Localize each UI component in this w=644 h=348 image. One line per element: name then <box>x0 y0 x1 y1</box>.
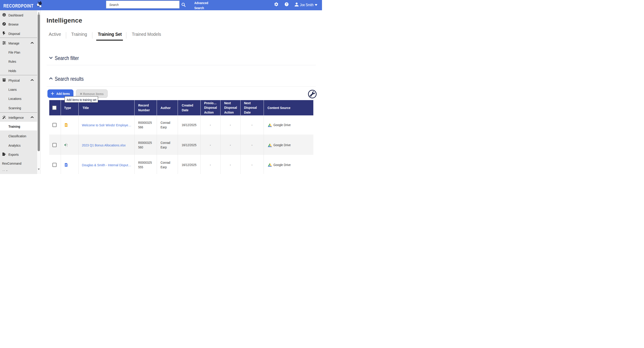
svg-text:?: ? <box>286 3 287 6</box>
